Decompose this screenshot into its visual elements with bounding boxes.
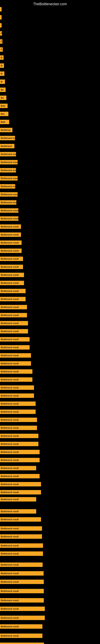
bar-label: Bottleneck result bbox=[1, 242, 19, 244]
bar-item: B bbox=[0, 72, 4, 76]
bar-label: Bottleneck result bbox=[1, 625, 19, 628]
bar-item: Bottleneck result bbox=[0, 606, 45, 611]
bar-label: Bottleneck resu bbox=[1, 153, 16, 155]
bar-label: Bottleneck result bbox=[1, 314, 19, 316]
bar-label: Bottleneck result bbox=[1, 535, 19, 538]
bar: Bottleneck result bbox=[0, 305, 27, 309]
bar: Bottleneck result bbox=[0, 192, 18, 196]
bar-label: Bottleneck result bbox=[1, 427, 19, 429]
bar-item: Bottleneck resu bbox=[0, 200, 16, 205]
bar-label: Bottleneck result bbox=[1, 590, 19, 592]
bar: F bbox=[0, 31, 2, 36]
bar-label: Bottleneck result bbox=[1, 564, 19, 566]
bar-item: Bottleneck result bbox=[0, 434, 38, 438]
bar-item: Bottleneck result bbox=[0, 192, 18, 196]
bar: Bottleneck result bbox=[0, 353, 31, 358]
bar-item: B bbox=[0, 64, 4, 68]
bar-item: Bottleneck result bbox=[0, 297, 26, 301]
bar: Bottleneck resu bbox=[0, 168, 16, 172]
bar: Bottleneck result bbox=[0, 337, 30, 342]
bar-item: Bottleneck result bbox=[0, 305, 27, 309]
bar-label: Bottleneck result bbox=[1, 266, 19, 268]
bar: Bot bbox=[0, 112, 8, 116]
bar-item: Bottleneck result bbox=[0, 273, 24, 277]
bar-label: Bottlenec bbox=[1, 129, 11, 131]
bar-item: Bottleneck result bbox=[0, 361, 31, 366]
bar-label: Bottleneck result bbox=[1, 510, 19, 512]
bar-item: Bottleneck result bbox=[0, 466, 36, 470]
bar-label: Bottleneck result bbox=[1, 234, 19, 236]
bar: Bottleneck result bbox=[0, 642, 44, 644]
bar-item: Bottleneck result bbox=[0, 321, 28, 326]
bar-label: F bbox=[1, 32, 2, 34]
bar-label: Bottleneck result bbox=[1, 580, 19, 583]
bar: Bottleneck result bbox=[0, 434, 38, 438]
bar: F bbox=[0, 39, 2, 44]
bar: Bottleneck result bbox=[0, 410, 36, 414]
bar-item: Bottleneck result bbox=[0, 450, 40, 454]
bar-item: Bottleneck result bbox=[0, 410, 36, 414]
bar-item: Bottleneck result bbox=[0, 624, 42, 629]
bar: F bbox=[0, 47, 3, 52]
bar: Bottleneck result bbox=[0, 598, 44, 602]
bar: Bottleneck result bbox=[0, 571, 44, 576]
bar: Bottleneck result bbox=[0, 265, 23, 269]
bar: Bottleneck result bbox=[0, 216, 18, 221]
bar-item: Bottleneck result bbox=[0, 552, 43, 556]
bar: Bottleneck result bbox=[0, 466, 36, 470]
bar: Bottleneck resu bbox=[0, 200, 16, 205]
bar bbox=[0, 7, 1, 12]
bar-item: Bottleneck result bbox=[0, 281, 24, 285]
bar-label: Bottleneck result bbox=[1, 572, 19, 574]
bar-label: Bottleneck result bbox=[1, 467, 19, 469]
bar-label: Bottleneck result bbox=[1, 386, 19, 389]
bar: Bottleneck result bbox=[0, 248, 22, 253]
bar: Bottleneck result bbox=[0, 544, 43, 548]
bar-item: Bottleneck result bbox=[0, 369, 32, 374]
bar-label: Bottleneck result bbox=[1, 217, 18, 220]
bar-label: Bottleneck result bbox=[1, 330, 19, 332]
bar: Bottleneck result bbox=[0, 497, 36, 502]
bar-label: Bottleneck result bbox=[1, 250, 19, 252]
bar-label: Bottleneck result bbox=[1, 378, 19, 381]
bar-label: Bottleneck result bbox=[1, 527, 19, 530]
bar-item: Bottleneck result bbox=[0, 580, 44, 584]
bar bbox=[0, 23, 1, 28]
bar-item bbox=[0, 23, 1, 28]
bar-label: Bottleneck result bbox=[1, 298, 19, 300]
bar-label: Bottleneck re bbox=[1, 137, 15, 139]
bar: Bottleneck result bbox=[0, 589, 44, 593]
bar: Bottleneck result bbox=[0, 377, 32, 382]
bar: B bbox=[0, 55, 3, 60]
bar: Bottleneck result bbox=[0, 313, 27, 317]
bar-item: Bottleneck result bbox=[0, 216, 18, 221]
bar-item: Bottleneck result bbox=[0, 337, 30, 342]
bar-item: Bottleneck result bbox=[0, 562, 43, 567]
bar: Bottleneck result bbox=[0, 160, 18, 164]
bar-label: Bottleneck result bbox=[1, 483, 19, 486]
bar-item: Bottleneck result bbox=[0, 248, 22, 253]
bar: Bottleneck result bbox=[0, 580, 44, 584]
bar: Bottleneck result bbox=[0, 232, 21, 237]
bar-item: Bottleneck result bbox=[0, 265, 23, 269]
bar-label: Bottleneck result bbox=[1, 498, 19, 500]
bar-item: Bottleneck result bbox=[0, 402, 36, 406]
bar-label: Bottleneck result bbox=[1, 418, 19, 421]
bar-label: Bottleneck result bbox=[1, 634, 19, 637]
bar-item: Bottleneck result bbox=[0, 289, 26, 293]
bar-label: Bottleneck result bbox=[1, 370, 19, 373]
bar-item: Bottleneck re bbox=[0, 136, 15, 140]
bar-label: Bottleneck result bbox=[1, 338, 19, 340]
bar-item: B bbox=[0, 55, 3, 60]
bar-item: Bottleneck result bbox=[0, 394, 34, 398]
bar-item: Bottleneck result bbox=[0, 160, 18, 164]
bar-label: Bottleneck result bbox=[1, 459, 19, 461]
bar-item: Bottleneck result bbox=[0, 176, 18, 180]
bar: B bbox=[0, 80, 5, 84]
bar-label: Bottleneck bbox=[1, 145, 12, 147]
bar-label: B bbox=[1, 64, 2, 67]
bar-item: Bottleneck result bbox=[0, 313, 27, 317]
bar: Bottleneck result bbox=[0, 562, 43, 567]
bar-item: Bottleneck result bbox=[0, 377, 32, 382]
bar-item: F bbox=[0, 39, 2, 44]
